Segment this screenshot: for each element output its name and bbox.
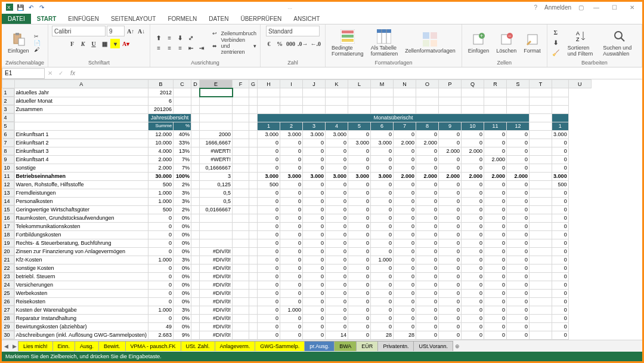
bold-button[interactable]: F bbox=[67, 39, 77, 48]
col-header[interactable] bbox=[2, 80, 15, 88]
row-header[interactable]: 26 bbox=[2, 297, 14, 306]
login-link[interactable]: Anmelden bbox=[544, 4, 571, 11]
row-header[interactable]: 25 bbox=[2, 289, 14, 297]
underline-button[interactable]: U bbox=[89, 39, 98, 48]
col-header[interactable]: R bbox=[484, 80, 507, 88]
format-cells-button[interactable]: Format bbox=[521, 32, 543, 54]
cell-styles-button[interactable]: Zellenformatvorlagen bbox=[402, 32, 458, 54]
find-select-button[interactable]: Suchen und Auswählen bbox=[600, 29, 638, 57]
currency-icon[interactable]: € bbox=[264, 39, 274, 48]
clear-icon[interactable]: 🧹 bbox=[551, 48, 561, 58]
grow-font-icon[interactable]: A↑ bbox=[126, 26, 135, 36]
paste-button[interactable]: Einfügen bbox=[5, 32, 32, 54]
row-header[interactable]: 18 bbox=[2, 230, 14, 239]
tab-pagelayout[interactable]: SEITENLAYOUT bbox=[105, 14, 162, 24]
formatpainter-icon[interactable]: 🖌 bbox=[34, 47, 41, 53]
row-header[interactable]: 21 bbox=[2, 256, 14, 264]
cond-format-button[interactable]: Bedingte Formatierung bbox=[329, 29, 366, 57]
cancel-formula-icon[interactable]: ✕ bbox=[45, 70, 55, 76]
row-header[interactable]: 13 bbox=[2, 189, 14, 197]
tab-file[interactable]: DATEI bbox=[2, 14, 31, 24]
row-header[interactable]: 31 bbox=[2, 339, 14, 340]
tab-data[interactable]: DATEN bbox=[203, 14, 234, 24]
tab-formulas[interactable]: FORMELN bbox=[162, 14, 203, 24]
sheet-tab[interactable]: Einn. bbox=[52, 341, 76, 351]
sheet-tab[interactable]: VPMA - pausch.FK bbox=[125, 341, 181, 351]
dec-decimal-icon[interactable]: ←.0 bbox=[310, 39, 322, 48]
maximize-icon[interactable]: ☐ bbox=[609, 3, 620, 11]
wrap-text-button[interactable]: ↩ Zeilenumbruch bbox=[212, 30, 256, 36]
italic-button[interactable]: K bbox=[78, 39, 88, 48]
col-header[interactable]: G bbox=[249, 80, 258, 88]
sheet-tab[interactable]: BWA bbox=[334, 341, 357, 351]
row-header[interactable]: 27 bbox=[2, 306, 14, 314]
format-table-button[interactable]: Als Tabelle formatieren bbox=[369, 29, 401, 57]
row-header[interactable]: 15 bbox=[2, 205, 14, 214]
selected-cell[interactable] bbox=[200, 88, 233, 97]
col-header[interactable]: B bbox=[148, 80, 174, 88]
tab-review[interactable]: ÜBERPRÜFEN bbox=[234, 14, 287, 24]
col-header[interactable]: T bbox=[530, 80, 552, 88]
redo-icon[interactable]: ↷ bbox=[38, 3, 46, 11]
row-header[interactable]: 30 bbox=[2, 331, 14, 339]
autosum-icon[interactable]: Σ bbox=[551, 28, 561, 38]
row-header[interactable]: 17 bbox=[2, 222, 14, 230]
row-header[interactable]: 23 bbox=[2, 272, 14, 281]
col-header[interactable]: I bbox=[280, 80, 303, 88]
shrink-font-icon[interactable]: A↓ bbox=[137, 26, 146, 36]
percent-icon[interactable]: % bbox=[275, 39, 284, 48]
sheet-tab[interactable]: GWG-Sammelp. bbox=[255, 341, 305, 351]
row-header[interactable]: 11 bbox=[2, 172, 14, 180]
col-header[interactable]: K bbox=[326, 80, 348, 88]
align-middle-icon[interactable]: ≡ bbox=[165, 33, 174, 42]
orientation-icon[interactable]: ⤢ bbox=[186, 33, 196, 42]
row-header[interactable]: 9 bbox=[2, 155, 14, 164]
col-header[interactable]: C bbox=[174, 80, 191, 88]
borders-icon[interactable]: ▦ bbox=[100, 39, 109, 48]
sheet-nav-prev-icon[interactable]: ◀ bbox=[2, 343, 10, 349]
close-icon[interactable]: ✕ bbox=[627, 3, 637, 11]
sort-filter-button[interactable]: AZSortieren und Filtern bbox=[565, 29, 598, 57]
sheet-tab[interactable]: USt.Vorann. bbox=[413, 341, 453, 351]
sheet-add-icon[interactable]: ⊕ bbox=[453, 343, 462, 349]
fill-color-icon[interactable]: ▾ bbox=[110, 39, 120, 48]
col-header[interactable]: H bbox=[258, 80, 280, 88]
cut-icon[interactable]: ✂ bbox=[34, 33, 41, 39]
sheet-nav-next-icon[interactable]: ▶ bbox=[10, 343, 18, 349]
ribbon-collapse-icon[interactable]: ▢ bbox=[578, 4, 584, 11]
col-header[interactable]: F bbox=[233, 80, 249, 88]
align-top-icon[interactable]: ⬆ bbox=[154, 33, 163, 42]
col-header[interactable] bbox=[552, 80, 569, 88]
save-icon[interactable]: 💾 bbox=[16, 3, 24, 11]
col-header[interactable]: U bbox=[568, 80, 591, 88]
sheet-tab[interactable]: Privatentn. bbox=[377, 341, 414, 351]
merge-button[interactable]: ⬌ Verbinden und zentrieren ▾ bbox=[212, 37, 256, 55]
font-size-combo[interactable]: 9 bbox=[107, 26, 125, 36]
align-center-icon[interactable]: ≡ bbox=[165, 43, 174, 53]
thousands-icon[interactable]: 000 bbox=[286, 39, 296, 48]
sheet-tab[interactable]: Ausg. bbox=[75, 341, 99, 351]
col-header[interactable]: O bbox=[416, 80, 439, 88]
col-header[interactable]: S bbox=[507, 80, 530, 88]
minimize-icon[interactable]: — bbox=[591, 3, 602, 11]
copy-icon[interactable]: 📄 bbox=[34, 40, 41, 46]
sheet-tab[interactable]: USt. Zahl. bbox=[181, 341, 215, 351]
row-header[interactable]: 8 bbox=[2, 147, 14, 155]
col-header[interactable]: A bbox=[14, 80, 148, 88]
sheet-tab[interactable]: Bewirt. bbox=[98, 341, 126, 351]
name-box[interactable]: E1 bbox=[2, 68, 45, 79]
align-bottom-icon[interactable]: ⬇ bbox=[175, 33, 185, 42]
col-header[interactable]: Q bbox=[462, 80, 484, 88]
fill-icon[interactable]: ⬇ bbox=[551, 38, 561, 48]
row-header[interactable]: 7 bbox=[2, 139, 14, 147]
col-header[interactable]: E bbox=[200, 80, 233, 88]
tab-insert[interactable]: EINFÜGEN bbox=[62, 14, 105, 24]
col-header[interactable]: M bbox=[371, 80, 394, 88]
col-header[interactable]: D bbox=[191, 80, 200, 88]
inc-decimal-icon[interactable]: .0→ bbox=[297, 39, 309, 48]
font-color-icon[interactable]: A▾ bbox=[121, 39, 131, 48]
col-header[interactable]: L bbox=[348, 80, 371, 88]
align-right-icon[interactable]: ≡ bbox=[175, 43, 185, 53]
row-header[interactable]: 10 bbox=[2, 164, 14, 172]
delete-cells-button[interactable]: −Löschen bbox=[494, 32, 519, 54]
